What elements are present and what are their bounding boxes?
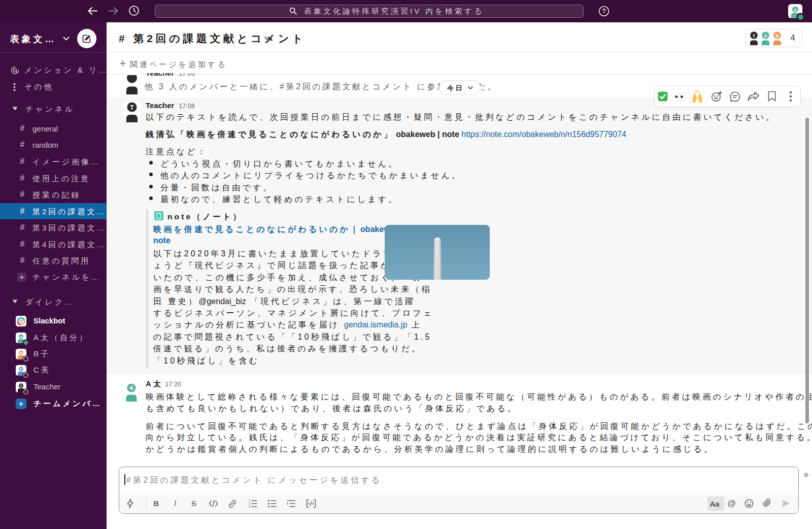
svg-text:T: T [130, 104, 134, 111]
svg-text:A: A [129, 385, 133, 391]
svg-text:C: C [20, 368, 22, 371]
svg-text:?: ? [602, 8, 606, 15]
svg-text:A: A [764, 34, 767, 39]
svg-text:A: A [794, 8, 797, 13]
svg-text:3: 3 [249, 505, 251, 508]
svg-text:B: B [20, 351, 22, 355]
svg-text:A: A [20, 335, 22, 339]
svg-text:B: B [775, 34, 779, 39]
svg-text:T: T [753, 34, 756, 39]
svg-text:T: T [20, 384, 22, 388]
